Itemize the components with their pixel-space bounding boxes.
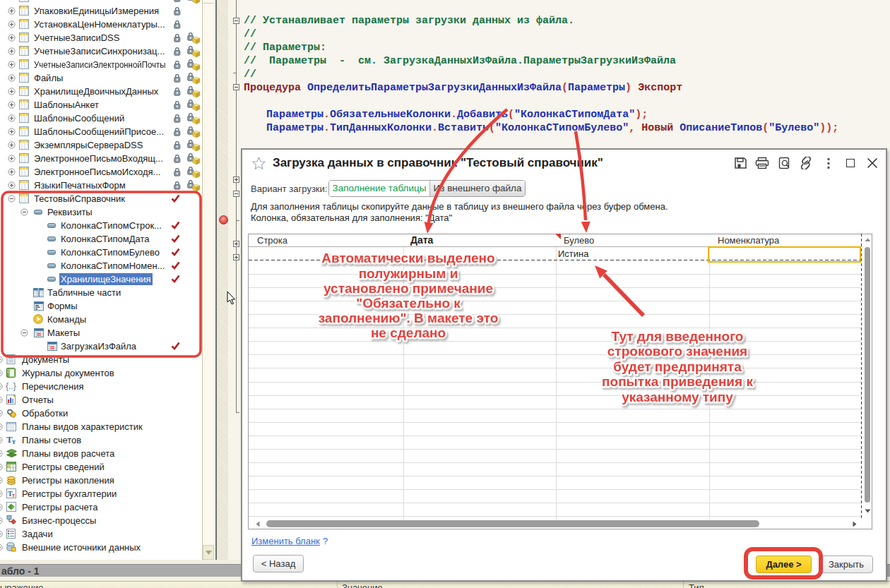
svg-text:т: т: [12, 492, 15, 498]
svg-text:{..}: {..}: [6, 381, 16, 391]
svg-text:т: т: [12, 438, 16, 445]
